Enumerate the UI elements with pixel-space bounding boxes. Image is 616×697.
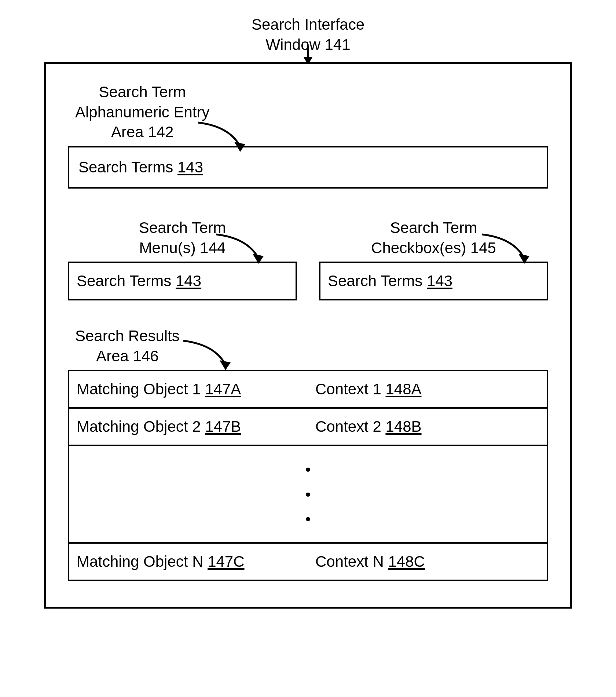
- context-cell: Context N 148C: [308, 544, 547, 580]
- menus-text: Search Terms 143: [77, 272, 201, 289]
- results-row[interactable]: Matching Object 2 147B Context 2 148B: [69, 409, 547, 446]
- matching-object-cell: Matching Object 2 147B: [69, 409, 308, 445]
- results-row[interactable]: Matching Object N 147C Context N 148C: [69, 544, 547, 580]
- checkboxes-label: Search Term Checkbox(es) 145: [371, 218, 496, 258]
- ellipsis-row: •••: [69, 446, 547, 544]
- entry-area-text: Search Terms 143: [78, 158, 203, 176]
- matching-object-cell: Matching Object N 147C: [69, 544, 308, 580]
- svg-marker-5: [220, 360, 231, 370]
- arrow-curve-icon: [196, 121, 255, 157]
- matching-object-cell: Matching Object 1 147A: [69, 371, 308, 407]
- context-cell: Context 1 148A: [308, 371, 547, 407]
- arrow-curve-icon: [214, 233, 273, 269]
- checkboxes-text: Search Terms 143: [328, 272, 452, 289]
- arrow-curve-icon: [480, 233, 539, 269]
- search-interface-window: Search Term Alphanumeric Entry Area 142 …: [44, 62, 572, 609]
- entry-area-label: Search Term Alphanumeric Entry Area 142: [75, 82, 210, 142]
- svg-marker-3: [253, 254, 264, 264]
- arrow-down-icon: [301, 46, 315, 65]
- svg-marker-4: [518, 254, 529, 264]
- search-term-entry-area[interactable]: Search Terms 143: [68, 146, 548, 189]
- context-cell: Context 2 148B: [308, 409, 547, 445]
- menus-label: Search Term Menu(s) 144: [139, 218, 226, 258]
- arrow-curve-icon: [182, 339, 240, 376]
- search-results-area: Matching Object 1 147A Context 1 148A Ma…: [68, 370, 548, 581]
- results-area-label: Search Results Area 146: [75, 326, 180, 366]
- results-row[interactable]: Matching Object 1 147A Context 1 148A: [69, 371, 547, 409]
- svg-marker-2: [234, 142, 245, 152]
- svg-marker-1: [304, 57, 312, 65]
